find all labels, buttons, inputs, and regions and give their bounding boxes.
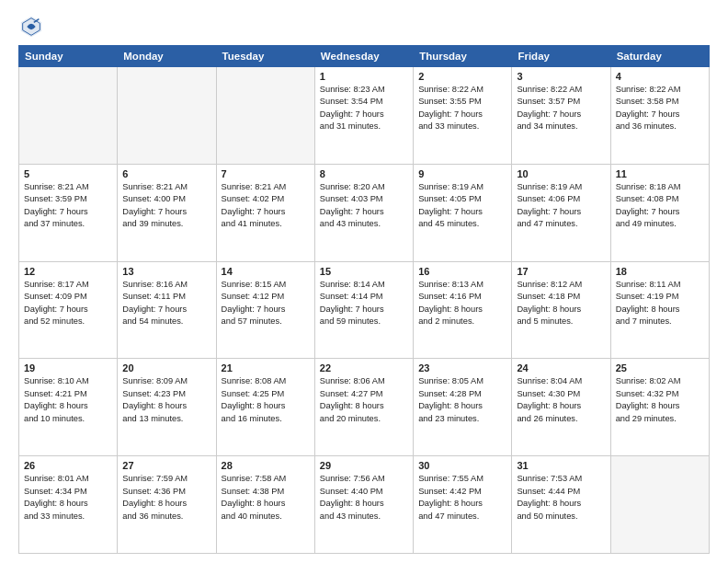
day-cell: 26Sunrise: 8:01 AM Sunset: 4:34 PM Dayli…	[19, 456, 118, 554]
day-cell: 15Sunrise: 8:14 AM Sunset: 4:14 PM Dayli…	[314, 261, 413, 359]
day-detail: Sunrise: 8:19 AM Sunset: 4:06 PM Dayligh…	[517, 181, 605, 231]
week-row-1: 1Sunrise: 8:23 AM Sunset: 3:54 PM Daylig…	[19, 67, 710, 165]
day-cell: 29Sunrise: 7:56 AM Sunset: 4:40 PM Dayli…	[314, 456, 413, 554]
day-detail: Sunrise: 8:10 AM Sunset: 4:21 PM Dayligh…	[24, 375, 112, 425]
weekday-wednesday: Wednesday	[314, 46, 413, 67]
day-cell: 10Sunrise: 8:19 AM Sunset: 4:06 PM Dayli…	[512, 164, 610, 261]
day-cell: 18Sunrise: 8:11 AM Sunset: 4:19 PM Dayli…	[610, 261, 709, 359]
day-cell: 31Sunrise: 7:53 AM Sunset: 4:44 PM Dayli…	[512, 456, 610, 554]
day-number: 19	[24, 362, 112, 373]
weekday-saturday: Saturday	[610, 46, 709, 67]
day-detail: Sunrise: 8:21 AM Sunset: 4:00 PM Dayligh…	[122, 181, 210, 231]
day-cell	[19, 67, 118, 165]
day-cell: 17Sunrise: 8:12 AM Sunset: 4:18 PM Dayli…	[512, 261, 610, 359]
day-detail: Sunrise: 8:05 AM Sunset: 4:28 PM Dayligh…	[418, 375, 506, 425]
day-detail: Sunrise: 8:21 AM Sunset: 4:02 PM Dayligh…	[222, 181, 310, 231]
day-detail: Sunrise: 8:09 AM Sunset: 4:23 PM Dayligh…	[122, 375, 210, 425]
day-cell: 21Sunrise: 8:08 AM Sunset: 4:25 PM Dayli…	[216, 359, 314, 456]
day-number: 4	[616, 71, 704, 82]
day-number: 31	[517, 460, 605, 471]
day-number: 29	[320, 460, 408, 471]
day-number: 18	[616, 266, 704, 277]
day-cell: 30Sunrise: 7:55 AM Sunset: 4:42 PM Dayli…	[414, 456, 512, 554]
day-detail: Sunrise: 8:08 AM Sunset: 4:25 PM Dayligh…	[222, 375, 310, 425]
day-detail: Sunrise: 8:23 AM Sunset: 3:54 PM Dayligh…	[320, 84, 408, 133]
day-number: 16	[418, 266, 506, 277]
day-number: 1	[320, 71, 408, 82]
day-cell: 22Sunrise: 8:06 AM Sunset: 4:27 PM Dayli…	[314, 359, 413, 456]
day-cell: 4Sunrise: 8:22 AM Sunset: 3:58 PM Daylig…	[610, 67, 709, 165]
day-cell: 7Sunrise: 8:21 AM Sunset: 4:02 PM Daylig…	[216, 164, 314, 261]
day-detail: Sunrise: 8:17 AM Sunset: 4:09 PM Dayligh…	[24, 279, 112, 328]
day-cell: 28Sunrise: 7:58 AM Sunset: 4:38 PM Dayli…	[216, 456, 314, 554]
day-cell: 6Sunrise: 8:21 AM Sunset: 4:00 PM Daylig…	[118, 164, 216, 261]
day-detail: Sunrise: 8:19 AM Sunset: 4:05 PM Dayligh…	[418, 181, 506, 231]
day-number: 12	[24, 266, 112, 277]
day-number: 30	[418, 460, 506, 471]
page: SundayMondayTuesdayWednesdayThursdayFrid…	[0, 0, 728, 563]
day-cell	[610, 456, 709, 554]
weekday-tuesday: Tuesday	[216, 46, 314, 67]
weekday-thursday: Thursday	[414, 46, 512, 67]
week-row-5: 26Sunrise: 8:01 AM Sunset: 4:34 PM Dayli…	[19, 456, 710, 554]
day-detail: Sunrise: 8:04 AM Sunset: 4:30 PM Dayligh…	[517, 375, 605, 425]
week-row-3: 12Sunrise: 8:17 AM Sunset: 4:09 PM Dayli…	[19, 261, 710, 359]
day-detail: Sunrise: 7:55 AM Sunset: 4:42 PM Dayligh…	[418, 473, 506, 523]
day-cell: 12Sunrise: 8:17 AM Sunset: 4:09 PM Dayli…	[19, 261, 118, 359]
day-detail: Sunrise: 8:16 AM Sunset: 4:11 PM Dayligh…	[122, 279, 210, 328]
day-cell: 11Sunrise: 8:18 AM Sunset: 4:08 PM Dayli…	[610, 164, 709, 261]
weekday-sunday: Sunday	[19, 46, 118, 67]
day-number: 22	[320, 362, 408, 373]
day-number: 27	[122, 460, 210, 471]
day-detail: Sunrise: 8:22 AM Sunset: 3:58 PM Dayligh…	[616, 84, 704, 133]
weekday-friday: Friday	[512, 46, 610, 67]
day-detail: Sunrise: 8:22 AM Sunset: 3:57 PM Dayligh…	[517, 84, 605, 133]
day-detail: Sunrise: 8:21 AM Sunset: 3:59 PM Dayligh…	[24, 181, 112, 231]
day-number: 11	[616, 168, 704, 179]
day-cell: 24Sunrise: 8:04 AM Sunset: 4:30 PM Dayli…	[512, 359, 610, 456]
day-number: 2	[418, 71, 506, 82]
day-number: 20	[122, 362, 210, 373]
day-cell: 20Sunrise: 8:09 AM Sunset: 4:23 PM Dayli…	[118, 359, 216, 456]
day-cell: 5Sunrise: 8:21 AM Sunset: 3:59 PM Daylig…	[19, 164, 118, 261]
day-number: 14	[222, 266, 310, 277]
day-detail: Sunrise: 8:01 AM Sunset: 4:34 PM Dayligh…	[24, 473, 112, 523]
day-cell	[118, 67, 216, 165]
day-number: 9	[418, 168, 506, 179]
day-detail: Sunrise: 8:18 AM Sunset: 4:08 PM Dayligh…	[616, 181, 704, 231]
day-detail: Sunrise: 8:13 AM Sunset: 4:16 PM Dayligh…	[418, 279, 506, 328]
calendar-table: SundayMondayTuesdayWednesdayThursdayFrid…	[18, 45, 710, 554]
day-cell: 23Sunrise: 8:05 AM Sunset: 4:28 PM Dayli…	[414, 359, 512, 456]
day-number: 7	[222, 168, 310, 179]
day-detail: Sunrise: 8:14 AM Sunset: 4:14 PM Dayligh…	[320, 279, 408, 328]
day-cell: 9Sunrise: 8:19 AM Sunset: 4:05 PM Daylig…	[414, 164, 512, 261]
day-cell: 27Sunrise: 7:59 AM Sunset: 4:36 PM Dayli…	[118, 456, 216, 554]
week-row-4: 19Sunrise: 8:10 AM Sunset: 4:21 PM Dayli…	[19, 359, 710, 456]
day-number: 10	[517, 168, 605, 179]
day-cell: 16Sunrise: 8:13 AM Sunset: 4:16 PM Dayli…	[414, 261, 512, 359]
day-number: 6	[122, 168, 210, 179]
day-number: 23	[418, 362, 506, 373]
day-cell: 2Sunrise: 8:22 AM Sunset: 3:55 PM Daylig…	[414, 67, 512, 165]
day-cell: 13Sunrise: 8:16 AM Sunset: 4:11 PM Dayli…	[118, 261, 216, 359]
day-number: 24	[517, 362, 605, 373]
day-number: 25	[616, 362, 704, 373]
day-number: 3	[517, 71, 605, 82]
day-detail: Sunrise: 8:15 AM Sunset: 4:12 PM Dayligh…	[222, 279, 310, 328]
day-number: 28	[222, 460, 310, 471]
day-cell: 1Sunrise: 8:23 AM Sunset: 3:54 PM Daylig…	[314, 67, 413, 165]
day-detail: Sunrise: 8:20 AM Sunset: 4:03 PM Dayligh…	[320, 181, 408, 231]
weekday-header-row: SundayMondayTuesdayWednesdayThursdayFrid…	[19, 46, 710, 67]
day-cell	[216, 67, 314, 165]
day-cell: 8Sunrise: 8:20 AM Sunset: 4:03 PM Daylig…	[314, 164, 413, 261]
day-number: 26	[24, 460, 112, 471]
day-detail: Sunrise: 8:22 AM Sunset: 3:55 PM Dayligh…	[418, 84, 506, 133]
day-number: 8	[320, 168, 408, 179]
day-detail: Sunrise: 7:53 AM Sunset: 4:44 PM Dayligh…	[517, 473, 605, 523]
day-number: 13	[122, 266, 210, 277]
day-detail: Sunrise: 8:12 AM Sunset: 4:18 PM Dayligh…	[517, 279, 605, 328]
day-number: 21	[222, 362, 310, 373]
logo	[18, 14, 48, 40]
day-detail: Sunrise: 7:59 AM Sunset: 4:36 PM Dayligh…	[122, 473, 210, 523]
day-detail: Sunrise: 8:02 AM Sunset: 4:32 PM Dayligh…	[616, 375, 704, 425]
